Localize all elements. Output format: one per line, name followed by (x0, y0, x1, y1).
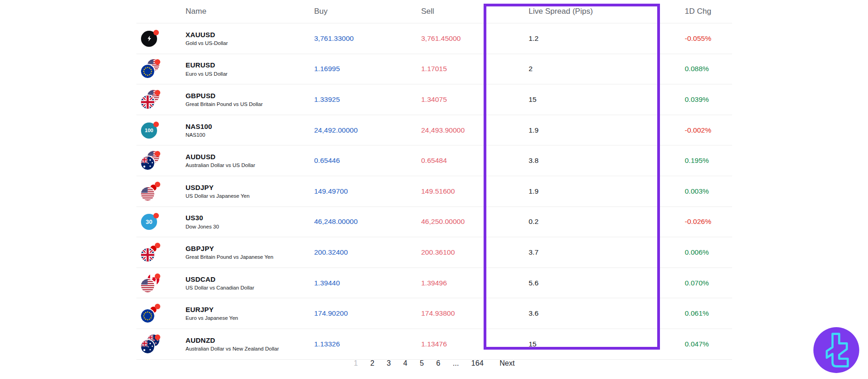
page-6[interactable]: 6 (434, 357, 443, 369)
sell-price[interactable]: 1.34075 (421, 95, 529, 104)
daily-change-value: 0.195% (685, 156, 732, 165)
table-body: XAUUSDGold vs US-Dollar3,761.330003,761.… (136, 23, 732, 360)
daily-change-value: 0.088% (685, 65, 732, 73)
daily-change-value: 0.039% (685, 95, 732, 104)
page-5[interactable]: 5 (417, 357, 426, 369)
daily-change-value: 0.070% (685, 279, 732, 287)
instrument-name-cell: XAUUSDGold vs US-Dollar (186, 31, 314, 46)
instrument-description: Dow Jones 30 (186, 224, 314, 230)
instrument-icon-cell (136, 59, 186, 78)
instrument-description: Gold vs US-Dollar (186, 40, 314, 46)
page-164[interactable]: 164 (469, 357, 486, 369)
sell-price[interactable]: 1.17015 (421, 65, 529, 73)
sell-price[interactable]: 24,493.90000 (421, 126, 529, 134)
instrument-icon-cell (136, 151, 186, 170)
instrument-icon-cell (136, 29, 186, 48)
instrument-name-cell: USDJPYUS Dollar vs Japanese Yen (186, 184, 314, 199)
instrument-symbol: GBPUSD (186, 92, 314, 100)
column-header-buy: Buy (314, 7, 421, 16)
instrument-pair-icon (140, 243, 162, 262)
flag-gb-icon (141, 95, 154, 109)
live-spread-value: 15 (529, 95, 685, 104)
buy-price[interactable]: 24,492.00000 (314, 126, 421, 134)
instruments-table: Name Buy Sell Live Spread (Pips) 1D Chg … (136, 0, 732, 360)
instrument-symbol: US30 (186, 214, 314, 222)
table-row-usdcad[interactable]: USDCADUS Dollar vs Canadian Dollar1.3944… (136, 268, 732, 299)
live-spread-value: 3.8 (529, 156, 685, 165)
table-row-us30[interactable]: 30US30Dow Jones 3046,248.0000046,250.000… (136, 207, 732, 238)
alert-dot-icon (155, 334, 160, 340)
sell-price[interactable]: 3,761.45000 (421, 34, 529, 43)
sell-price[interactable]: 200.36100 (421, 248, 529, 256)
table-row-xauusd[interactable]: XAUUSDGold vs US-Dollar3,761.330003,761.… (136, 23, 732, 54)
instrument-symbol: USDCAD (186, 275, 314, 283)
buy-price[interactable]: 3,761.33000 (314, 34, 421, 43)
sell-price[interactable]: 46,250.00000 (421, 217, 529, 226)
instrument-icon-cell: 30 (136, 212, 186, 231)
live-spread-value: 2 (529, 65, 685, 73)
instrument-pair-icon (140, 334, 162, 354)
sell-price[interactable]: 0.65484 (421, 156, 529, 165)
flag-gb-icon (141, 248, 154, 262)
daily-change-value: 0.047% (685, 340, 732, 348)
table-row-gbpjpy[interactable]: GBPJPYGreat Britain Pound vs Japanese Ye… (136, 237, 732, 268)
instrument-pair-icon (140, 304, 162, 323)
buy-price[interactable]: 0.65446 (314, 156, 421, 165)
instrument-description: NAS100 (186, 132, 314, 138)
table-row-eurusd[interactable]: EURUSDEuro vs US Dollar1.169951.1701520.… (136, 54, 732, 85)
sell-price[interactable]: 1.39496 (421, 279, 529, 287)
page-3[interactable]: 3 (384, 357, 393, 369)
instrument-description: Australian Dollar vs New Zealand Dollar (186, 346, 314, 352)
flag-eu-icon (141, 65, 154, 78)
daily-change-value: -0.026% (685, 217, 732, 226)
table-row-eurjpy[interactable]: EURJPYEuro vs Japanese Yen174.90200174.9… (136, 298, 732, 329)
page-1: 1 (351, 357, 360, 369)
flag-us-icon (141, 279, 154, 292)
instrument-pair-icon (140, 182, 162, 201)
table-row-gbpusd[interactable]: GBPUSDGreat Britain Pound vs US Dollar1.… (136, 84, 732, 115)
instrument-name-cell: US30Dow Jones 30 (186, 214, 314, 229)
buy-price[interactable]: 46,248.00000 (314, 217, 421, 226)
alert-dot-icon (155, 182, 160, 187)
instrument-icon-cell (136, 273, 186, 293)
instrument-icon-cell (136, 334, 186, 354)
live-spread-value: 3.7 (529, 248, 685, 256)
table-row-usdjpy[interactable]: USDJPYUS Dollar vs Japanese Yen149.49700… (136, 176, 732, 207)
page-4[interactable]: 4 (401, 357, 410, 369)
page-2[interactable]: 2 (368, 357, 377, 369)
instrument-description: Great Britain Pound vs Japanese Yen (186, 254, 314, 260)
instrument-symbol: AUDUSD (186, 153, 314, 161)
instrument-symbol: EURJPY (186, 306, 314, 313)
flag-au-icon (141, 156, 154, 170)
buy-price[interactable]: 1.39440 (314, 279, 421, 287)
table-row-audusd[interactable]: AUDUSDAustralian Dollar vs US Dollar0.65… (136, 145, 732, 176)
column-header-sell: Sell (421, 7, 529, 16)
sell-price[interactable]: 1.13476 (421, 340, 529, 348)
flag-us-icon (141, 187, 154, 201)
instrument-name-cell: AUDUSDAustralian Dollar vs US Dollar (186, 153, 314, 168)
instrument-icon-cell (136, 90, 186, 109)
flag-eu-icon (141, 309, 154, 323)
table-row-nas100[interactable]: 100NAS100NAS10024,492.0000024,493.900001… (136, 115, 732, 146)
buy-price[interactable]: 1.13326 (314, 340, 421, 348)
alert-dot-icon (155, 243, 160, 248)
buy-price[interactable]: 200.32400 (314, 248, 421, 256)
flag-au-icon (141, 340, 154, 353)
instrument-icon-cell (136, 182, 186, 201)
buy-price[interactable]: 1.16995 (314, 65, 421, 73)
next-page-button[interactable]: Next (497, 357, 517, 369)
sell-price[interactable]: 174.93800 (421, 309, 529, 318)
instrument-symbol: USDJPY (186, 184, 314, 191)
instrument-description: Australian Dollar vs US Dollar (186, 162, 314, 168)
buy-price[interactable]: 174.90200 (314, 309, 421, 318)
buy-price[interactable]: 1.33925 (314, 95, 421, 104)
buy-price[interactable]: 149.49700 (314, 187, 421, 195)
live-spread-value: 0.2 (529, 217, 685, 226)
daily-change-value: 0.003% (685, 187, 732, 195)
alert-dot-icon (155, 59, 160, 65)
instrument-name-cell: EURUSDEuro vs US Dollar (186, 61, 314, 77)
live-spread-value: 3.6 (529, 309, 685, 318)
sell-price[interactable]: 149.51600 (421, 187, 529, 195)
instrument-pair-icon (140, 273, 162, 293)
daily-change-value: -0.055% (685, 34, 732, 43)
